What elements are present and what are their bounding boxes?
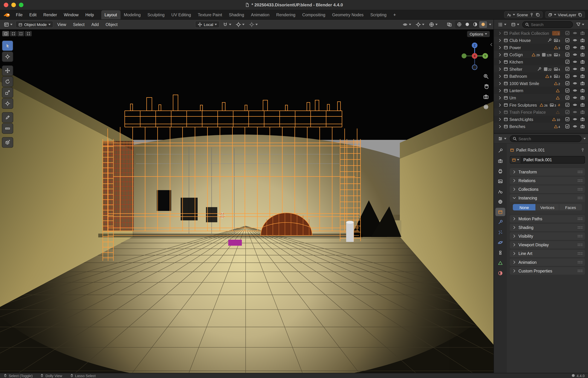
props-tab-tool[interactable]: [495, 147, 505, 155]
panel-relations[interactable]: Relations: [510, 177, 585, 184]
menu-file[interactable]: File: [13, 10, 26, 19]
gizmo-z-neg-axis[interactable]: [472, 65, 477, 70]
outliner-editor-type-button[interactable]: [496, 22, 508, 27]
properties-options-chevron[interactable]: [583, 138, 586, 139]
expand-icon[interactable]: [498, 124, 502, 129]
panel-grip-icon[interactable]: [577, 179, 583, 182]
proportional-edit-dropdown[interactable]: [247, 22, 259, 27]
expand-icon[interactable]: [498, 103, 502, 107]
props-tab-constraints[interactable]: [495, 249, 505, 257]
purple-object[interactable]: [228, 240, 242, 245]
tab-geometry-nodes[interactable]: Geometry Nodes: [329, 10, 367, 19]
props-tab-material[interactable]: [495, 269, 505, 277]
collection-name[interactable]: SearchLights: [509, 117, 533, 122]
collection-name[interactable]: Club House: [509, 38, 531, 43]
expand-icon[interactable]: [498, 81, 502, 86]
render-camera-icon[interactable]: [580, 95, 585, 100]
hide-eye-icon[interactable]: [573, 38, 577, 43]
properties-editor-type-button[interactable]: [496, 136, 508, 141]
render-camera-icon[interactable]: [580, 59, 585, 64]
tool-transform[interactable]: [2, 99, 13, 108]
object-name-input[interactable]: [521, 156, 585, 164]
tab-rendering[interactable]: Rendering: [273, 10, 299, 19]
render-camera-icon[interactable]: [580, 38, 585, 43]
panel-grip-icon[interactable]: [577, 261, 583, 264]
props-tab-world[interactable]: [495, 198, 505, 206]
shading-rendered-button[interactable]: [479, 21, 487, 28]
render-camera-icon[interactable]: [580, 67, 585, 71]
view-menu[interactable]: View: [55, 22, 69, 27]
render-camera-icon[interactable]: [580, 102, 585, 107]
collection-name[interactable]: Lantern: [509, 88, 523, 93]
panel-viewport-display[interactable]: Viewport Display: [510, 241, 585, 249]
navigation-gizmo[interactable]: Z X Y: [459, 41, 490, 72]
gizmo-x-neg-axis[interactable]: [462, 54, 466, 58]
panel-animation[interactable]: Animation: [510, 258, 585, 266]
editor-type-button[interactable]: [2, 22, 14, 27]
panel-transform[interactable]: Transform: [510, 168, 585, 176]
hide-eye-icon[interactable]: [573, 95, 577, 100]
render-camera-icon[interactable]: [580, 52, 585, 57]
outliner-display-mode[interactable]: [509, 22, 521, 27]
panel-instancing[interactable]: Instancing: [510, 194, 585, 202]
ortho-grid-icon[interactable]: [483, 104, 489, 110]
panel-grip-icon[interactable]: [577, 226, 583, 229]
exclude-checkbox-icon[interactable]: [565, 38, 570, 43]
tool-scale[interactable]: [2, 88, 13, 98]
blender-logo[interactable]: [0, 10, 13, 19]
collection-name[interactable]: Fire Sculptures: [509, 103, 537, 107]
props-tab-object[interactable]: [495, 208, 505, 216]
hide-eye-icon[interactable]: [573, 110, 577, 115]
render-camera-icon[interactable]: [580, 31, 585, 36]
outliner-row-club-house[interactable]: Club House 3: [494, 37, 588, 44]
breadcrumb-object-name[interactable]: Pallet Rack.001: [516, 148, 545, 152]
exclude-checkbox-icon[interactable]: [565, 81, 570, 86]
expand-icon[interactable]: [498, 52, 502, 57]
collection-name[interactable]: Shelter: [509, 67, 522, 71]
hide-eye-icon[interactable]: [573, 52, 577, 57]
expand-icon[interactable]: [498, 88, 502, 93]
tool-measure[interactable]: [2, 123, 13, 134]
panel-collections[interactable]: Collections: [510, 186, 585, 193]
outliner-row-shelter[interactable]: Shelter 22 4: [494, 66, 588, 73]
collection-name[interactable]: Kitchen: [509, 60, 523, 64]
scene-selector[interactable]: Scene: [504, 11, 543, 18]
outliner-row-pallet-rack-collection[interactable]: Pallet Rack Collection 3: [494, 29, 588, 37]
outliner-row-bathroom[interactable]: Bathroom 8 2: [494, 72, 588, 80]
options-button[interactable]: Options: [467, 31, 490, 37]
outliner-row-trash-fence-palace[interactable]: Trash Fence Palace: [494, 108, 588, 116]
expand-icon[interactable]: [498, 110, 502, 114]
panel-grip-icon[interactable]: [577, 252, 583, 255]
transform-orientation-dropdown[interactable]: Local: [195, 21, 220, 28]
snap-target-dropdown[interactable]: [234, 22, 246, 27]
exclude-checkbox-icon[interactable]: [565, 95, 570, 100]
instancing-vertices-button[interactable]: Vertices: [536, 204, 559, 210]
hide-eye-icon[interactable]: [573, 117, 577, 122]
pan-hand-icon[interactable]: [483, 83, 489, 89]
exclude-checkbox-icon[interactable]: [565, 59, 570, 64]
props-tab-particles[interactable]: [495, 228, 505, 237]
collection-name[interactable]: Bathroom: [509, 74, 527, 79]
props-tab-data[interactable]: [495, 259, 505, 267]
red-lattice-panel[interactable]: [103, 141, 134, 230]
hide-eye-icon[interactable]: [573, 67, 577, 71]
shading-wireframe-button[interactable]: [455, 21, 463, 28]
minimize-button[interactable]: [11, 3, 16, 7]
exclude-checkbox-icon[interactable]: [565, 45, 570, 50]
select-menu[interactable]: Select: [70, 22, 87, 27]
close-button[interactable]: [4, 3, 8, 7]
menu-edit[interactable]: Edit: [26, 10, 40, 19]
outliner-row-benches[interactable]: Benches 4: [494, 123, 588, 130]
camera-view-icon[interactable]: [483, 94, 489, 100]
shading-options-chevron[interactable]: [489, 24, 491, 25]
render-camera-icon[interactable]: [580, 45, 585, 50]
select-subtract-button[interactable]: [17, 31, 24, 36]
props-tab-render[interactable]: [495, 157, 505, 165]
outliner-row-1000-watt-smile[interactable]: 1000 Watt Smile 2: [494, 80, 588, 87]
panel-shading[interactable]: Shading: [510, 224, 585, 231]
visibility-dropdown[interactable]: [401, 22, 412, 27]
tab-scripting[interactable]: Scripting: [367, 10, 390, 19]
collection-name[interactable]: Trash Fence Palace: [509, 110, 546, 114]
render-camera-icon[interactable]: [580, 74, 585, 79]
shading-solid-button[interactable]: [463, 21, 471, 28]
